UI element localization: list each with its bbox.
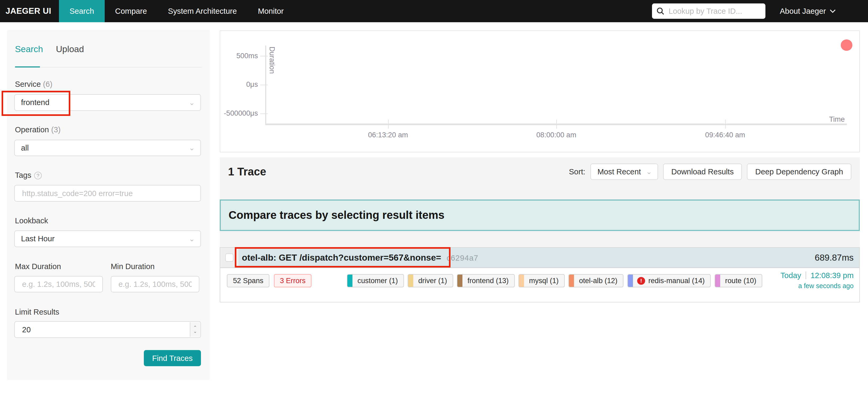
trace-service-operation: otel-alb: GET /dispatch?customer=567&non… bbox=[242, 253, 441, 263]
lookback-select[interactable]: Last Hour ⌄ bbox=[14, 230, 201, 247]
service-badge-label: frontend (13) bbox=[462, 277, 514, 285]
tags-field-wrap bbox=[14, 185, 201, 202]
service-badge-label: customer (1) bbox=[352, 277, 403, 285]
timestamp-divider bbox=[806, 272, 806, 279]
service-badge: !redis-manual (14) bbox=[627, 274, 711, 287]
error-icon: ! bbox=[637, 277, 645, 285]
trace-time: 12:08:39 pm bbox=[811, 271, 854, 280]
y-tick-mark bbox=[260, 114, 268, 114]
nav-item-compare[interactable]: Compare bbox=[105, 0, 158, 22]
tab-divider bbox=[14, 67, 202, 67]
service-badge: driver (1) bbox=[408, 274, 453, 287]
service-badge-label: driver (1) bbox=[413, 277, 453, 285]
service-badge: mysql (1) bbox=[519, 274, 564, 287]
tab-upload[interactable]: Upload bbox=[56, 44, 84, 54]
max-duration-label: Max Duration bbox=[15, 262, 61, 271]
y-tick-mark bbox=[260, 85, 268, 85]
find-traces-button[interactable]: Find Traces bbox=[144, 350, 201, 366]
brand-logo[interactable]: JAEGER UI bbox=[0, 6, 59, 16]
about-jaeger-menu[interactable]: About Jaeger bbox=[780, 7, 836, 16]
trace-timestamps: Today 12:08:39 pm a few seconds ago bbox=[780, 271, 854, 290]
y-tick-label: -500000μs bbox=[220, 109, 258, 117]
trace-badges-row: 52 Spans 3 Errors customer (1)driver (1)… bbox=[227, 274, 762, 287]
service-badge: route (10) bbox=[715, 274, 763, 287]
service-badge-label: otel-alb (12) bbox=[574, 277, 623, 285]
trace-title-link[interactable]: otel-alb: GET /dispatch?customer=567&non… bbox=[239, 253, 478, 263]
number-stepper[interactable]: ⌃⌄ bbox=[190, 322, 200, 337]
compare-banner-text: Compare traces by selecting result items bbox=[228, 209, 444, 222]
trace-checkbox[interactable] bbox=[225, 254, 234, 262]
chevron-down-icon: ⌄ bbox=[189, 235, 195, 243]
trace-relative-time: a few seconds ago bbox=[780, 282, 854, 290]
chevron-down-icon: ⌄ bbox=[189, 144, 195, 151]
x-axis-title: Time bbox=[829, 115, 845, 123]
trace-lookup-box bbox=[652, 3, 766, 19]
x-tick-mark bbox=[556, 120, 557, 128]
max-duration-input[interactable] bbox=[21, 279, 96, 289]
min-duration-label: Min Duration bbox=[111, 262, 155, 271]
service-select[interactable]: frontend ⌄ bbox=[14, 94, 201, 111]
y-tick-label: 500ms bbox=[220, 52, 258, 60]
about-jaeger-label: About Jaeger bbox=[780, 7, 826, 16]
help-icon[interactable]: ? bbox=[34, 172, 42, 179]
trace-card-body: 52 Spans 3 Errors customer (1)driver (1)… bbox=[220, 268, 859, 302]
trace-scatter-point[interactable] bbox=[841, 39, 852, 51]
y-tick-mark bbox=[260, 56, 268, 56]
service-color-bar bbox=[347, 275, 352, 287]
limit-results-label: Limit Results bbox=[15, 308, 60, 316]
tab-search[interactable]: Search bbox=[15, 44, 43, 54]
nav-item-monitor[interactable]: Monitor bbox=[247, 0, 294, 22]
lookback-select-value: Last Hour bbox=[21, 234, 55, 243]
search-results-section: 1 Trace Sort: Most Recent ⌄ Download Res… bbox=[220, 158, 860, 303]
max-duration-field-wrap bbox=[14, 276, 103, 293]
trace-duration: 689.87ms bbox=[815, 253, 859, 263]
y-tick-label: 0μs bbox=[220, 80, 258, 89]
search-icon bbox=[656, 7, 664, 15]
service-color-bar bbox=[628, 275, 633, 287]
compare-banner: Compare traces by selecting result items bbox=[220, 200, 860, 231]
tags-input[interactable] bbox=[21, 189, 194, 198]
trace-date: Today bbox=[780, 271, 801, 280]
nav-item-system-architecture[interactable]: System Architecture bbox=[158, 0, 247, 22]
service-color-bar bbox=[715, 275, 720, 287]
result-count: 1 Trace bbox=[228, 165, 266, 178]
sort-select-value: Most Recent bbox=[597, 167, 641, 176]
trace-lookup-input[interactable] bbox=[668, 6, 761, 16]
operation-select[interactable]: all ⌄ bbox=[14, 140, 201, 156]
scatter-plot: Duration Time 06:13:20 am08:00:00 am09:4… bbox=[220, 30, 860, 152]
service-color-bar bbox=[519, 275, 524, 287]
service-badges: customer (1)driver (1)frontend (13)mysql… bbox=[347, 274, 762, 287]
x-tick-mark bbox=[725, 120, 726, 128]
results-controls: Sort: Most Recent ⌄ Download Results Dee… bbox=[569, 164, 851, 180]
operation-label: Operation(3) bbox=[15, 125, 61, 134]
trace-id: c6294a7 bbox=[446, 254, 478, 262]
limit-results-field: ⌃⌄ bbox=[14, 321, 201, 338]
x-tick-label: 06:13:20 am bbox=[349, 131, 427, 139]
search-sidebar: Search Upload Service(6) frontend ⌄ Oper… bbox=[7, 30, 210, 380]
y-axis-title: Duration bbox=[268, 47, 276, 74]
service-color-bar bbox=[408, 275, 413, 287]
service-badge: customer (1) bbox=[347, 274, 404, 287]
min-duration-field-wrap bbox=[111, 276, 199, 293]
deep-dependency-graph-button[interactable]: Deep Dependency Graph bbox=[747, 164, 851, 180]
jaeger-ui-page: JAEGER UI Search Compare System Architec… bbox=[0, 0, 868, 399]
top-navbar: JAEGER UI Search Compare System Architec… bbox=[0, 0, 868, 22]
service-color-bar bbox=[569, 275, 574, 287]
limit-results-input[interactable] bbox=[21, 325, 194, 335]
operation-select-value: all bbox=[21, 143, 29, 152]
chevron-down-icon bbox=[830, 9, 836, 13]
nav-item-search[interactable]: Search bbox=[59, 0, 104, 22]
sort-label: Sort: bbox=[569, 167, 585, 176]
active-tab-underline bbox=[15, 66, 40, 67]
error-count-badge: 3 Errors bbox=[274, 274, 312, 287]
trace-result-card: otel-alb: GET /dispatch?customer=567&non… bbox=[220, 247, 860, 303]
download-results-button[interactable]: Download Results bbox=[663, 164, 742, 180]
trace-card-header[interactable]: otel-alb: GET /dispatch?customer=567&non… bbox=[220, 248, 859, 268]
service-badge-label: mysql (1) bbox=[524, 277, 564, 285]
chevron-down-icon: ⌄ bbox=[189, 99, 195, 106]
lookback-label: Lookback bbox=[15, 216, 48, 225]
min-duration-input[interactable] bbox=[117, 279, 193, 289]
sort-select[interactable]: Most Recent ⌄ bbox=[590, 164, 658, 180]
tags-label: Tags? bbox=[15, 171, 42, 180]
service-badge: frontend (13) bbox=[457, 274, 515, 287]
